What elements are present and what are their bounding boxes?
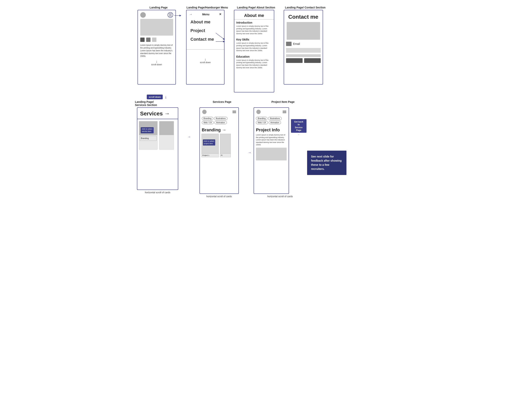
- contact-title: Contact me: [284, 10, 323, 22]
- section-label-services: Landing Page/ Services Section: [135, 100, 157, 107]
- hm-arrow-down-icon: ↓: [186, 57, 224, 61]
- get-back-badge[interactable]: Get back to Service Page: [291, 119, 306, 133]
- services-page-scroll-label: horizontal scroll of cards: [206, 195, 232, 198]
- scroll-down-badge: scroll down: [147, 95, 163, 99]
- sp-cards-area: click to selectproject item Project 1 Pr: [200, 134, 239, 157]
- hm-item-contact[interactable]: Contact me: [190, 37, 220, 42]
- sp-card-1-label-text: Project 1: [202, 154, 210, 156]
- pip-tag-webux[interactable]: Web / UX: [256, 121, 268, 124]
- about-intro-title: Introduction: [234, 20, 274, 25]
- section-label-hamburger: Landing Page/Hamburger Menu: [186, 6, 228, 9]
- about-section-phone: About me Introduction Lorem Ipsum is sim…: [234, 10, 274, 92]
- pip-logo-circle: [256, 110, 261, 114]
- pip-project-title: Project Info: [254, 126, 289, 134]
- service-card-1-label: Branding: [141, 137, 156, 139]
- services-page-phone: Branding Illustrations Web / UX Animatio…: [200, 107, 239, 194]
- lp-scroll-down: ↓ scroll down: [138, 59, 175, 68]
- about-skills-title: Key Skills: [234, 36, 274, 42]
- services-section-phone: Services → click to selectservice item B…: [137, 107, 178, 190]
- pip-project-body: Lorem Ipsum is simply dummy text of the …: [254, 134, 289, 148]
- click-to-select-service-badge[interactable]: click to selectservice item: [141, 127, 154, 133]
- hamburger-line-1: [169, 13, 172, 14]
- sp-project-card-1[interactable]: click to selectproject item Project 1: [201, 134, 219, 157]
- section-label-services-page: Services Page: [213, 100, 231, 103]
- email-icon: [286, 42, 292, 46]
- swatch-dark: [140, 38, 145, 42]
- contact-btn-2[interactable]: [304, 58, 321, 63]
- lp-scroll-down-label: scroll down: [151, 63, 162, 66]
- swatch-medium: [146, 38, 151, 42]
- pip-tag-animation[interactable]: Animation: [269, 121, 281, 124]
- pip-hamburger-icon[interactable]: [283, 111, 286, 113]
- pip-tags-row: Branding Illustrations Web / UX Animatio…: [254, 115, 289, 126]
- hamburger-menu-icon[interactable]: [168, 12, 173, 18]
- hm-item-project[interactable]: Project: [190, 28, 220, 33]
- hamburger-menu-phone: → Menu × About me Project Contact me ↓ s…: [186, 10, 225, 85]
- hm-menu-title: Menu: [202, 13, 210, 16]
- sp-tag-illustrations[interactable]: Illustrations: [214, 117, 228, 120]
- sp-card-1-label: Project 1: [202, 153, 219, 157]
- hamburger-line-2: [169, 15, 172, 15]
- services-title: Services →: [140, 111, 175, 117]
- pip-image-placeholder: [256, 148, 287, 160]
- hm-header: → Menu ×: [186, 10, 224, 18]
- color-swatches: [138, 38, 175, 42]
- hm-menu-items: About me Project Contact me: [186, 18, 224, 47]
- sp-hamburger-icon[interactable]: [233, 111, 236, 113]
- hm-back-arrow-icon: →: [189, 13, 193, 16]
- contact-input-2[interactable]: [286, 54, 321, 57]
- click-to-select-project-badge[interactable]: click to selectproject item: [203, 139, 215, 145]
- hm-close-icon[interactable]: ×: [219, 12, 221, 16]
- email-label: Email: [293, 42, 300, 46]
- service-card-1[interactable]: click to selectservice item Branding: [139, 121, 158, 150]
- swatch-light: [152, 38, 156, 42]
- hm-scroll-down-label: scroll down: [200, 61, 211, 64]
- sp-logo-circle: [202, 110, 206, 114]
- pip-tag-branding[interactable]: Branding: [256, 117, 267, 120]
- section-label-contact: Landing Page/ Contact Section: [285, 6, 325, 9]
- landing-page-phone: Lorem Ipsum is simply dummy text of the …: [138, 10, 176, 85]
- lp-body-text: Lorem Ipsum is simply dummy text of the …: [138, 44, 175, 58]
- sp-card-2-label-text: Pr: [221, 154, 223, 156]
- section-label-about: Landing Page/ About Section: [237, 6, 275, 9]
- section-label-landing: Landing Page: [150, 6, 168, 9]
- sp-tags-row: Branding Illustrations Web / UX Animatio…: [200, 115, 239, 126]
- pip-tag-illustrations[interactable]: Illustrations: [268, 117, 282, 120]
- lp-arrow-down-icon: ↓: [138, 59, 175, 63]
- sp-tag-branding[interactable]: Branding: [202, 117, 213, 120]
- email-row: Email: [284, 42, 323, 48]
- services-section-scroll-label: horizontal scroll of cards: [145, 191, 170, 194]
- contact-image-placeholder: [287, 22, 320, 40]
- service-card-2[interactable]: [159, 121, 174, 150]
- hamburger-line-3: [169, 16, 172, 16]
- project-item-page-phone: Branding Illustrations Web / UX Animatio…: [253, 107, 289, 194]
- lp-logo-circle: [140, 12, 146, 18]
- sp-branding-title: Branding →: [200, 126, 239, 134]
- hm-divider: [186, 49, 224, 50]
- lp-header: [138, 10, 175, 19]
- sp-tag-webux[interactable]: Web / UX: [202, 121, 214, 124]
- project-page-scroll-label: horizontal scroll of cards: [267, 195, 293, 198]
- services-to-page-arrow: →: [187, 135, 191, 139]
- contact-section-phone: Contact me Email: [284, 10, 323, 85]
- contact-buttons-row: [284, 58, 323, 63]
- sp-tag-animation[interactable]: Animation: [214, 121, 227, 124]
- contact-btn-1[interactable]: [286, 58, 303, 63]
- feedback-note-box: See next slide for feedback after showin…: [307, 151, 346, 175]
- lp-hero-image: [140, 19, 173, 36]
- hm-item-about[interactable]: About me: [190, 20, 220, 25]
- about-skills-text: Lorem Ipsum is simply dummy text of the …: [234, 42, 274, 53]
- contact-input-placeholder[interactable]: [286, 48, 321, 53]
- scroll-down-arrow-icon: ↓: [165, 94, 167, 99]
- sp-project-card-2[interactable]: Pr: [220, 134, 231, 157]
- about-edu-title: Education: [234, 53, 274, 59]
- services-page-to-project-arrow: →: [248, 151, 251, 155]
- sp-card-2-label: Pr: [220, 153, 231, 157]
- about-edu-text: Lorem Ipsum is simply dummy text of the …: [234, 59, 274, 70]
- section-label-project-item: Project Item Page: [272, 100, 295, 103]
- about-title: About me: [234, 10, 274, 20]
- hm-scroll-down: ↓ scroll down: [186, 57, 224, 66]
- about-intro-text: Lorem Ipsum is simply dummy text of the …: [234, 25, 274, 36]
